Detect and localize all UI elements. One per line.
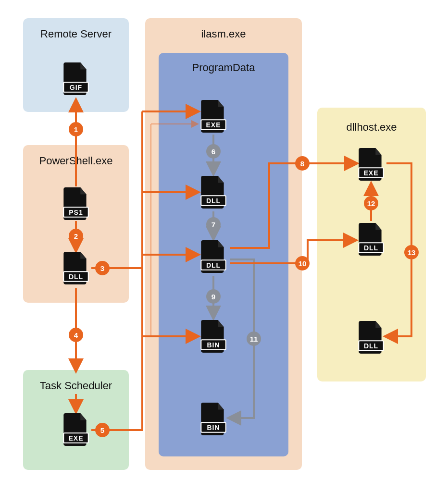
file-pd-exe-icon: EXE — [199, 99, 228, 134]
file-ts-exe-icon: EXE — [62, 412, 90, 447]
file-ps-dll-label: DLL — [62, 273, 90, 281]
badge-10: 10 — [295, 256, 310, 271]
file-pd-dll2-icon: DLL — [199, 239, 228, 274]
file-gif-icon: GIF — [62, 62, 90, 96]
file-ts-exe-label: EXE — [62, 434, 90, 442]
badge-6: 6 — [206, 144, 221, 159]
file-ps-dll-icon: DLL — [62, 251, 90, 285]
file-pd-exe-label: EXE — [199, 121, 228, 129]
badge-8: 8 — [295, 156, 310, 171]
remote-server-title: Remote Server — [23, 25, 129, 40]
badge-3: 3 — [95, 261, 110, 275]
badge-4: 4 — [69, 328, 83, 342]
file-ps1-icon: PS1 — [62, 186, 90, 221]
file-dh-dll2-label: DLL — [357, 342, 386, 350]
file-pd-bin1-label: BIN — [199, 341, 228, 349]
file-pd-dll1-icon: DLL — [199, 175, 228, 209]
file-gif-label: GIF — [62, 84, 90, 91]
file-dh-dll2-icon: DLL — [357, 320, 386, 355]
file-ps1-label: PS1 — [62, 209, 90, 216]
task-scheduler-title: Task Scheduler — [23, 377, 129, 392]
badge-11: 11 — [247, 332, 261, 346]
badge-1: 1 — [69, 122, 83, 136]
powershell-title: PowerShell.exe — [23, 152, 129, 167]
badge-2: 2 — [69, 229, 83, 243]
badge-9: 9 — [206, 289, 221, 304]
file-pd-bin1-icon: BIN — [199, 319, 228, 354]
badge-13: 13 — [404, 245, 419, 259]
file-dh-exe-icon: EXE — [357, 147, 386, 182]
file-pd-dll2-label: DLL — [199, 261, 228, 269]
file-pd-dll1-label: DLL — [199, 197, 228, 205]
badge-12: 12 — [364, 196, 378, 210]
dllhost-title: dllhost.exe — [317, 114, 426, 134]
file-pd-bin2-label: BIN — [199, 424, 228, 431]
file-pd-bin2-icon: BIN — [199, 402, 228, 436]
programdata-title: ProgramData — [159, 53, 288, 74]
badge-5: 5 — [95, 423, 110, 437]
badge-7: 7 — [206, 217, 221, 232]
ilasm-title: ilasm.exe — [145, 25, 302, 40]
file-dh-dll1-label: DLL — [357, 244, 386, 252]
file-dh-dll1-icon: DLL — [357, 222, 386, 257]
file-dh-exe-label: EXE — [357, 169, 386, 177]
